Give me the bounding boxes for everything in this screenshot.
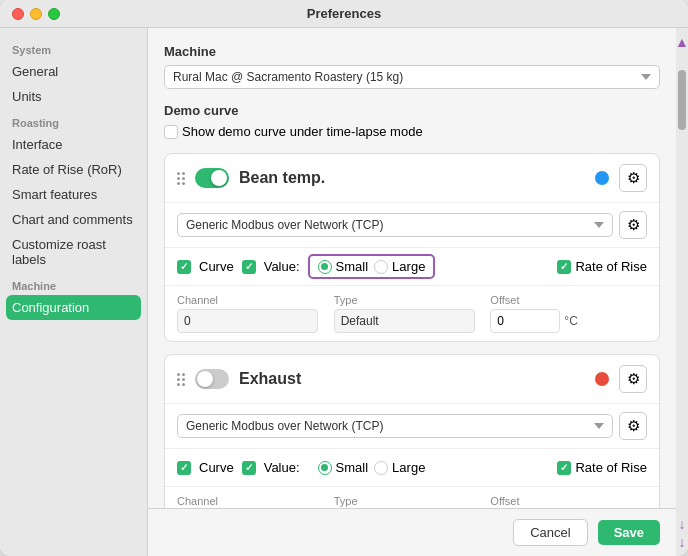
scrollbar[interactable]: ▲ ↓ ↓: [676, 28, 688, 556]
exhaust-offset-col: Offset --: [490, 495, 647, 508]
window-title: Preferences: [307, 6, 381, 21]
drag-dot: [177, 172, 180, 175]
sidebar-item-customize-labels[interactable]: Customize roast labels: [0, 232, 147, 272]
exhaust-toggle[interactable]: [195, 369, 229, 389]
demo-curve-checkbox-label: Show demo curve under time-lapse mode: [182, 124, 423, 139]
drag-dot: [177, 373, 180, 376]
bottom-bar: Cancel Save: [148, 508, 676, 556]
bean-temp-offset-input[interactable]: [490, 309, 560, 333]
sidebar-item-ror[interactable]: Rate of Rise (RoR): [0, 157, 147, 182]
bean-temp-small-radio[interactable]: Small: [318, 259, 369, 274]
bean-temp-offset-row: °C: [490, 309, 647, 333]
cancel-button[interactable]: Cancel: [513, 519, 587, 546]
sidebar-item-configuration[interactable]: Configuration: [6, 295, 141, 320]
exhaust-curve-checkbox[interactable]: [177, 461, 191, 475]
bean-temp-protocol-select[interactable]: Generic Modbus over Network (TCP): [177, 213, 613, 237]
demo-curve-cb-box: [164, 125, 178, 139]
bean-temp-ror-row: Rate of Rise: [557, 259, 647, 274]
title-bar: Preferences: [0, 0, 688, 28]
bean-temp-toggle[interactable]: [195, 168, 229, 188]
main-with-scroll: Machine Rural Mac @ Sacramento Roastery …: [148, 28, 688, 556]
bean-temp-fields-row: Channel 0 Type Default: [165, 286, 659, 341]
bean-temp-small-label: Small: [336, 259, 369, 274]
main-layout: System General Units Roasting Interface …: [0, 28, 688, 556]
exhaust-ror-label: Rate of Rise: [575, 460, 647, 475]
machine-select-row: Rural Mac @ Sacramento Roastery (15 kg): [164, 65, 660, 89]
drag-dot: [177, 182, 180, 185]
exhaust-color-dot: [595, 372, 609, 386]
exhaust-offset-label: Offset: [490, 495, 647, 507]
traffic-lights: [12, 8, 60, 20]
drag-dot: [182, 182, 185, 185]
exhaust-large-label: Large: [392, 460, 425, 475]
exhaust-ror-checkbox[interactable]: [557, 461, 571, 475]
drag-dot: [182, 172, 185, 175]
sidebar-item-interface[interactable]: Interface: [0, 132, 147, 157]
exhaust-curve-label: Curve: [199, 460, 234, 475]
scroll-thumb[interactable]: [678, 70, 686, 130]
drag-dots: [177, 172, 185, 185]
bean-temp-color-dot: [595, 171, 609, 185]
drag-handle-bean-temp[interactable]: [177, 172, 185, 185]
main-content: Machine Rural Mac @ Sacramento Roastery …: [148, 28, 676, 508]
exhaust-gear-btn[interactable]: ⚙: [619, 365, 647, 393]
drag-dot: [182, 373, 185, 376]
bean-temp-large-radio[interactable]: Large: [374, 259, 425, 274]
sensor-exhaust: Exhaust ⚙ Generic Modbus over Network (T…: [164, 354, 660, 508]
drag-dot: [182, 177, 185, 180]
bean-temp-gear-btn[interactable]: ⚙: [619, 164, 647, 192]
bean-temp-type-col: Type Default: [334, 294, 491, 333]
fullscreen-button[interactable]: [48, 8, 60, 20]
close-button[interactable]: [12, 8, 24, 20]
bean-temp-ror-checkbox[interactable]: [557, 260, 571, 274]
exhaust-large-radio[interactable]: Large: [374, 460, 425, 475]
sidebar-item-general[interactable]: General: [0, 59, 147, 84]
exhaust-large-radio-circle: [374, 461, 388, 475]
exhaust-fields-row: Channel Type Offset: [165, 487, 659, 508]
drag-handle-exhaust[interactable]: [177, 373, 185, 386]
drag-dot: [177, 177, 180, 180]
demo-curve-checkbox[interactable]: Show demo curve under time-lapse mode: [164, 124, 423, 139]
bean-temp-channel-label: Channel: [177, 294, 334, 306]
drag-dot: [182, 383, 185, 386]
bean-temp-ror-label: Rate of Rise: [575, 259, 647, 274]
demo-curve-title: Demo curve: [164, 103, 660, 118]
bean-temp-options-row: Curve Value: Small Large: [165, 248, 659, 286]
exhaust-options-row: Curve Value: Small Large: [165, 449, 659, 487]
sensor-bean-temp: Bean temp. ⚙ Generic Modbus over Network…: [164, 153, 660, 342]
exhaust-name: Exhaust: [239, 370, 585, 388]
scroll-up-arrow[interactable]: ▲: [675, 34, 688, 50]
bean-temp-offset-label: Offset: [490, 294, 647, 306]
drag-dot: [177, 378, 180, 381]
bean-temp-value-checkbox[interactable]: [242, 260, 256, 274]
exhaust-protocol-select[interactable]: Generic Modbus over Network (TCP): [177, 414, 613, 438]
bean-temp-large-label: Large: [392, 259, 425, 274]
bean-temp-size-radio-group: Small Large: [308, 254, 436, 279]
exhaust-type-label: Type: [334, 495, 491, 507]
exhaust-small-label: Small: [336, 460, 369, 475]
arrow-down-indicator: ↓: [679, 516, 686, 532]
bean-temp-type-label: Type: [334, 294, 491, 306]
scroll-indicators: ↓ ↓: [679, 516, 686, 550]
save-button[interactable]: Save: [598, 520, 660, 545]
bean-temp-value-label: Value:: [264, 259, 300, 274]
exhaust-value-label: Value:: [264, 460, 300, 475]
bean-temp-type-select[interactable]: Default: [334, 309, 475, 333]
minimize-button[interactable]: [30, 8, 42, 20]
toggle-knob-exhaust: [197, 371, 213, 387]
sidebar-item-chart-comments[interactable]: Chart and comments: [0, 207, 147, 232]
exhaust-value-checkbox[interactable]: [242, 461, 256, 475]
bean-temp-channel-select[interactable]: 0: [177, 309, 318, 333]
sidebar-section-roasting: Roasting: [0, 109, 147, 132]
bean-temp-curve-checkbox[interactable]: [177, 260, 191, 274]
sidebar-item-smart-features[interactable]: Smart features: [0, 182, 147, 207]
drag-dots-exhaust: [177, 373, 185, 386]
sidebar-item-units[interactable]: Units: [0, 84, 147, 109]
toggle-knob: [211, 170, 227, 186]
exhaust-small-radio[interactable]: Small: [318, 460, 369, 475]
machine-section: Machine Rural Mac @ Sacramento Roastery …: [164, 44, 660, 89]
exhaust-small-radio-circle: [318, 461, 332, 475]
machine-select[interactable]: Rural Mac @ Sacramento Roastery (15 kg): [164, 65, 660, 89]
bean-temp-protocol-gear[interactable]: ⚙: [619, 211, 647, 239]
exhaust-protocol-gear[interactable]: ⚙: [619, 412, 647, 440]
